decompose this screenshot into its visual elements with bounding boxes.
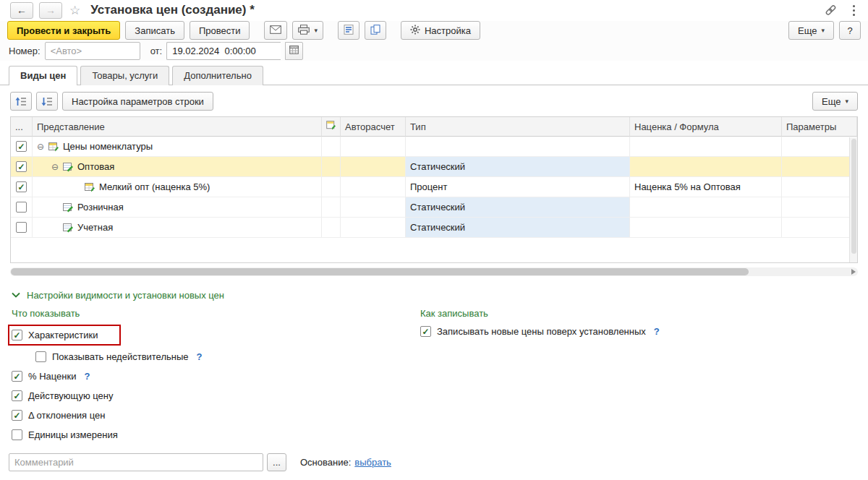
cell-picture[interactable] bbox=[322, 137, 341, 157]
post-and-close-button[interactable]: Провести и закрыть bbox=[7, 21, 120, 40]
option-markup-percent[interactable]: ✓ % Наценки ? bbox=[12, 369, 420, 383]
cell-params[interactable] bbox=[782, 218, 857, 238]
scroll-right-arrow-icon[interactable] bbox=[851, 269, 856, 275]
overwrite-prices-checkbox[interactable]: ✓ bbox=[420, 326, 431, 337]
units-checkbox[interactable] bbox=[12, 429, 22, 440]
favorite-star-icon[interactable]: ☆ bbox=[69, 3, 80, 18]
settings-button[interactable]: Настройка bbox=[401, 21, 480, 40]
row-checkbox[interactable]: ✓ bbox=[16, 141, 27, 152]
row-checkbox[interactable] bbox=[16, 202, 27, 213]
show-invalid-checkbox[interactable] bbox=[35, 351, 46, 362]
vertical-scrollbar[interactable] bbox=[849, 137, 857, 262]
column-header-picture[interactable] bbox=[322, 117, 341, 137]
cell-autocalc[interactable] bbox=[341, 137, 406, 157]
reports-button[interactable] bbox=[338, 21, 359, 40]
tree-expander-icon[interactable]: ⊖ bbox=[51, 162, 63, 172]
cell-select[interactable]: ✓ bbox=[11, 157, 33, 177]
current-price-checkbox[interactable]: ✓ bbox=[12, 390, 22, 401]
related-documents-button[interactable] bbox=[365, 21, 386, 40]
basis-select-link[interactable]: выбрать bbox=[354, 457, 391, 468]
row-checkbox[interactable] bbox=[16, 222, 27, 233]
cell-type[interactable]: Статический bbox=[406, 218, 630, 238]
column-header-params[interactable]: Параметры bbox=[782, 117, 857, 137]
cell-select[interactable]: ✓ bbox=[11, 137, 33, 157]
option-units[interactable]: Единицы измерения bbox=[12, 428, 420, 442]
back-button[interactable]: ← bbox=[10, 2, 33, 19]
option-characteristics[interactable]: ✓ Характеристики bbox=[12, 328, 98, 342]
cell-picture[interactable] bbox=[322, 157, 341, 177]
column-header-autocalc[interactable]: Авторасчет bbox=[341, 117, 406, 137]
cell-formula[interactable] bbox=[630, 197, 782, 218]
horizontal-scrollbar-thumb[interactable] bbox=[11, 268, 749, 275]
markup-percent-checkbox[interactable]: ✓ bbox=[12, 371, 22, 382]
cell-autocalc[interactable] bbox=[341, 157, 406, 177]
cell-select[interactable] bbox=[11, 197, 33, 218]
visibility-settings-section-header[interactable]: Настройки видимости и установки новых це… bbox=[0, 282, 868, 302]
forward-button[interactable]: → bbox=[39, 2, 62, 19]
cell-select[interactable] bbox=[11, 218, 33, 238]
cell-autocalc[interactable] bbox=[341, 197, 406, 218]
cell-name[interactable]: Розничная bbox=[33, 197, 322, 218]
vertical-scrollbar-thumb[interactable] bbox=[851, 139, 856, 254]
cell-params[interactable] bbox=[782, 157, 857, 177]
option-show-invalid[interactable]: Показывать недействительные ? bbox=[35, 350, 420, 364]
help-button[interactable]: ? bbox=[839, 21, 861, 40]
tree-expander-icon[interactable]: ⊖ bbox=[37, 142, 48, 152]
date-input[interactable] bbox=[166, 42, 281, 60]
tab-price-kinds[interactable]: Виды цен bbox=[9, 66, 77, 85]
menu-ellipsis-icon[interactable] bbox=[850, 4, 858, 17]
cell-type[interactable]: Процент bbox=[406, 177, 630, 197]
comment-input[interactable] bbox=[9, 453, 263, 471]
characteristics-checkbox[interactable]: ✓ bbox=[12, 330, 22, 340]
cell-picture[interactable] bbox=[322, 218, 341, 238]
grid-more-button[interactable]: Еще ▾ bbox=[812, 92, 858, 111]
cell-autocalc[interactable] bbox=[341, 177, 406, 197]
more-button[interactable]: Еще ▾ bbox=[788, 21, 834, 40]
column-header-select[interactable]: ... bbox=[11, 117, 33, 137]
cell-name[interactable]: Мелкий опт (наценка 5%) bbox=[33, 177, 322, 197]
row-checkbox[interactable]: ✓ bbox=[16, 181, 27, 192]
help-link[interactable]: ? bbox=[197, 351, 203, 362]
cell-type[interactable]: Статический bbox=[406, 197, 630, 218]
cell-formula[interactable]: Наценка 5% на Оптовая bbox=[630, 177, 782, 197]
option-price-deviation[interactable]: ✓ Δ отклонения цен bbox=[12, 408, 420, 422]
cell-name[interactable]: ⊖ Оптовая bbox=[33, 157, 322, 177]
cell-type[interactable] bbox=[406, 137, 630, 157]
cell-formula[interactable] bbox=[630, 218, 782, 238]
price-deviation-checkbox[interactable]: ✓ bbox=[12, 410, 22, 421]
horizontal-scrollbar[interactable] bbox=[10, 267, 858, 276]
cell-name[interactable]: Учетная bbox=[33, 218, 322, 238]
move-down-button[interactable] bbox=[36, 92, 58, 111]
row-checkbox[interactable]: ✓ bbox=[16, 161, 27, 172]
cell-select[interactable]: ✓ bbox=[11, 177, 33, 197]
option-overwrite-prices[interactable]: ✓ Записывать новые цены поверх установле… bbox=[420, 325, 858, 338]
help-link[interactable]: ? bbox=[84, 371, 90, 382]
cell-name[interactable]: ⊖ Цены номенклатуры bbox=[33, 137, 322, 157]
write-button[interactable]: Записать bbox=[125, 21, 184, 40]
help-link[interactable]: ? bbox=[654, 326, 660, 337]
tab-goods-services[interactable]: Товары, услуги bbox=[80, 66, 169, 85]
calendar-picker-button[interactable] bbox=[285, 42, 303, 60]
tab-additional[interactable]: Дополнительно bbox=[172, 66, 263, 85]
cell-formula[interactable] bbox=[630, 157, 782, 177]
cell-params[interactable] bbox=[782, 197, 857, 218]
get-link-icon[interactable] bbox=[825, 4, 837, 16]
column-header-formula[interactable]: Наценка / Формула bbox=[630, 117, 782, 137]
send-email-button[interactable] bbox=[264, 21, 287, 40]
column-header-type[interactable]: Тип bbox=[406, 117, 630, 137]
comment-more-button[interactable]: ... bbox=[267, 453, 286, 471]
move-up-button[interactable] bbox=[10, 92, 32, 111]
cell-params[interactable] bbox=[782, 177, 857, 197]
cell-autocalc[interactable] bbox=[341, 218, 406, 238]
cell-type[interactable]: Статический bbox=[406, 157, 630, 177]
cell-params[interactable] bbox=[782, 137, 857, 157]
cell-picture[interactable] bbox=[322, 177, 341, 197]
post-button[interactable]: Провести bbox=[190, 21, 250, 40]
cell-formula[interactable] bbox=[630, 137, 782, 157]
cell-picture[interactable] bbox=[322, 197, 341, 218]
option-current-price[interactable]: ✓ Действующую цену bbox=[12, 389, 420, 403]
row-settings-button[interactable]: Настройка параметров строки bbox=[62, 92, 213, 111]
column-header-name[interactable]: Представление bbox=[33, 117, 322, 137]
print-button[interactable]: ▾ bbox=[292, 21, 323, 40]
number-input[interactable] bbox=[45, 42, 140, 60]
